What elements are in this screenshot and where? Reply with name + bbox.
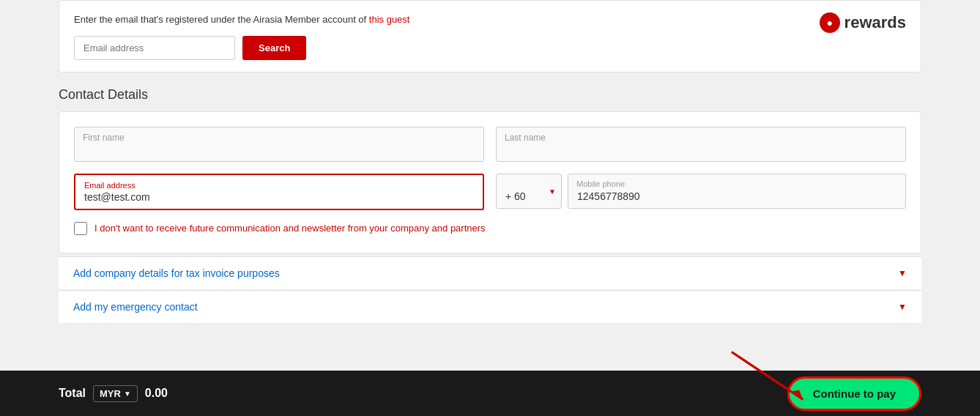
rewards-guest-link[interactable]: this guest (369, 14, 410, 25)
rewards-section: Enter the email that's registered under … (59, 0, 921, 73)
currency-chevron-icon: ▼ (124, 390, 131, 398)
currency-selector[interactable]: MYR ▼ (93, 385, 138, 402)
emergency-accordion[interactable]: Add my emergency contact ▼ (59, 290, 921, 323)
email-input[interactable] (75, 175, 483, 209)
phone-code-select[interactable]: + 60 + 65 + 62 + 66 (496, 174, 562, 209)
rewards-description: Enter the email that's registered under … (74, 12, 805, 27)
contact-details-card: First name Last name Email address (59, 111, 921, 253)
phone-group: + 60 + 65 + 62 + 66 ▼ Mobile phone (496, 174, 906, 209)
rewards-logo: ● rewards (820, 12, 906, 33)
email-phone-row: Email address + 60 + 65 + 62 + 66 ▼ Mo (74, 174, 906, 210)
email-group-wrapper: Email address (74, 174, 484, 210)
rewards-left: Enter the email that's registered under … (74, 12, 805, 60)
newsletter-checkbox-label: I don't want to receive future communica… (94, 223, 486, 234)
first-name-input[interactable] (74, 127, 484, 162)
continue-to-pay-button[interactable]: Continue to pay (787, 376, 921, 411)
contact-details-title: Contact Details (59, 87, 921, 103)
last-name-input[interactable] (496, 127, 906, 162)
company-accordion-label: Add company details for tax invoice purp… (73, 267, 280, 279)
footer-bar: Total MYR ▼ 0.00 Continue to pay (0, 371, 980, 416)
rewards-logo-icon: ● (820, 12, 840, 33)
company-accordion-arrow-icon: ▼ (898, 268, 907, 278)
rewards-input-row: Search (74, 36, 805, 60)
email-group: Email address (74, 174, 484, 210)
emergency-accordion-arrow-icon: ▼ (898, 302, 907, 312)
currency-value: MYR (100, 388, 121, 399)
total-section: Total MYR ▼ 0.00 (59, 385, 168, 402)
rewards-logo-text: rewards (844, 13, 906, 32)
total-label: Total (59, 387, 86, 400)
total-amount: 0.00 (145, 387, 168, 400)
company-accordion[interactable]: Add company details for tax invoice purp… (59, 256, 921, 289)
rewards-email-input[interactable] (74, 36, 235, 60)
last-name-group: Last name (496, 127, 906, 162)
name-row: First name Last name (74, 127, 906, 162)
emergency-accordion-label: Add my emergency contact (73, 301, 198, 313)
newsletter-checkbox[interactable] (74, 222, 87, 235)
newsletter-checkbox-row: I don't want to receive future communica… (74, 222, 906, 235)
phone-code-wrapper: + 60 + 65 + 62 + 66 ▼ (496, 174, 562, 209)
first-name-group: First name (74, 127, 484, 162)
phone-number-input[interactable] (568, 174, 906, 209)
phone-number-wrapper: Mobile phone (568, 174, 906, 209)
search-button[interactable]: Search (242, 36, 306, 60)
